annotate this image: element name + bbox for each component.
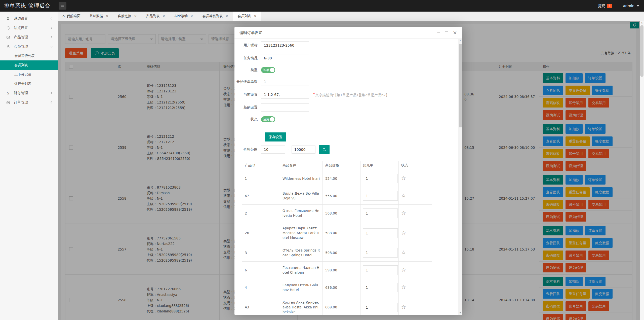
start-count-input[interactable]	[261, 78, 309, 86]
type-toggle[interactable]: 连单	[261, 67, 275, 73]
scrollbar-up-icon[interactable]: ▲	[458, 40, 462, 42]
order-number-input[interactable]	[363, 248, 398, 258]
order-number-input[interactable]	[363, 303, 398, 312]
hamburger-menu-icon[interactable]: ≡	[59, 2, 66, 10]
product-name: Гостиница Чалпан Hotel Chalpan	[283, 265, 320, 275]
current-setting-label: 当前设置	[234, 92, 261, 97]
order-number-input[interactable]	[363, 228, 398, 238]
sidebar-group-label: 财务管理	[14, 91, 51, 95]
order-number-input[interactable]	[363, 174, 398, 183]
tab-基础数据[interactable]: 基础数据×	[85, 12, 113, 21]
tab-close-icon[interactable]: ×	[162, 14, 166, 18]
star-outline-icon[interactable]: ☆	[401, 230, 406, 236]
product-id-cell: 1	[242, 170, 280, 187]
tab-close-icon[interactable]: ×	[254, 14, 257, 18]
order-number-input[interactable]	[363, 208, 398, 218]
tab-客服链接[interactable]: 客服链接×	[113, 12, 142, 21]
sidebar-group-label: 产品管理	[14, 35, 51, 40]
new-setting-label: 新的设置	[234, 105, 261, 110]
product-price-cell: 556.00	[323, 187, 360, 205]
tab-产品列表[interactable]: 产品列表×	[142, 12, 170, 21]
sidebar-group-站点设置[interactable]: 站点设置	[0, 23, 58, 32]
close-icon[interactable]: ×	[453, 30, 457, 35]
product-price-cell: 524.00	[323, 170, 360, 187]
chevron-left-icon	[51, 36, 53, 39]
star-outline-icon[interactable]: ☆	[401, 304, 406, 310]
sidebar-group-财务管理[interactable]: $财务管理	[0, 88, 58, 98]
setting-hint: *文字描述为: [第1单是产品1][第2单是产品67]	[313, 92, 387, 97]
product-name-cell: Отель Гельвеция Helvetia Hotel	[280, 205, 323, 222]
sidebar-group-订单管理[interactable]: 订单管理	[0, 98, 58, 107]
cube-icon	[6, 100, 11, 105]
tab-label: 基础数据	[90, 14, 103, 18]
product-id: 3	[245, 251, 277, 255]
tab-label: APP滚动	[174, 14, 188, 18]
tab-close-icon[interactable]: ×	[106, 14, 109, 18]
toggle-knob	[270, 117, 274, 122]
price-search-button[interactable]	[319, 145, 330, 154]
status-cell: ☆	[399, 244, 432, 262]
sidebar-group-系统设置[interactable]: ⚙系统设置	[0, 14, 58, 23]
order-number-cell	[360, 262, 399, 279]
minimize-icon[interactable]: −	[437, 30, 440, 35]
order-number-input[interactable]	[363, 191, 398, 201]
sidebar-item-上下分记录[interactable]: 上下分记录	[0, 70, 58, 79]
scrollbar-down-icon[interactable]: ▼	[458, 312, 462, 314]
product-price-cell: 563.00	[323, 205, 360, 222]
sidebar-item-会员列表[interactable]: 会员列表	[0, 60, 58, 70]
order-number-cell	[360, 205, 399, 222]
order-number-input[interactable]	[363, 265, 398, 275]
cube-icon	[6, 35, 11, 40]
status-toggle[interactable]: 启用	[261, 116, 275, 122]
sidebar-item-银行卡列表[interactable]: 银行卡列表	[0, 79, 58, 88]
price-min-input[interactable]	[261, 146, 285, 154]
page-scrollbar-thumb[interactable]	[640, 25, 643, 77]
product-row: 2Отель Гельвеция Helvetia Hotel563.00☆	[242, 205, 432, 222]
price-range-separator: -	[288, 147, 289, 152]
product-price: 524.00	[325, 176, 358, 181]
product-id-cell: 43	[242, 296, 280, 315]
product-name: Отель Гельвеция Helvetia Hotel	[283, 208, 320, 218]
withdraw-link[interactable]: 提现 4	[598, 4, 612, 8]
task-status-input[interactable]	[261, 54, 309, 62]
tab-我的桌面[interactable]: ⌂我的桌面	[58, 12, 85, 21]
star-outline-icon[interactable]: ☆	[401, 267, 406, 273]
product-row: 26Арарат Парк Хаятт Москва Ararat Park H…	[242, 222, 432, 244]
star-outline-icon[interactable]: ☆	[401, 284, 406, 290]
nickname-input[interactable]	[261, 41, 309, 49]
sidebar-item-会员等级列表[interactable]: 会员等级列表	[0, 51, 58, 60]
new-setting-input[interactable]	[261, 103, 309, 112]
save-settings-button[interactable]: 保存设置	[265, 132, 286, 141]
product-id: 4	[245, 285, 277, 290]
tab-close-icon[interactable]: ×	[134, 14, 137, 18]
modal-scrollbar[interactable]: ▲ ▼	[458, 39, 462, 315]
sidebar-group-产品管理[interactable]: 产品管理	[0, 32, 58, 42]
order-number-input[interactable]	[363, 283, 398, 292]
product-price-cell: 588.00	[323, 222, 360, 244]
star-outline-icon[interactable]: ☆	[401, 175, 406, 181]
star-outline-icon[interactable]: ☆	[401, 193, 406, 199]
star-outline-icon[interactable]: ☆	[401, 210, 406, 216]
tab-close-icon[interactable]: ×	[225, 14, 228, 18]
product-id-cell: 67	[242, 187, 280, 205]
sidebar-group-会员管理[interactable]: 会员管理	[0, 42, 58, 51]
tab-会员等级列表[interactable]: 会员等级列表×	[198, 12, 233, 21]
modal-scrollbar-thumb[interactable]	[459, 44, 462, 127]
maximize-icon[interactable]	[445, 31, 448, 34]
tab-会员列表[interactable]: 会员列表×	[233, 12, 261, 21]
tab-close-icon[interactable]: ×	[190, 14, 193, 18]
tab-APP滚动[interactable]: APP滚动×	[170, 12, 198, 21]
sidebar-group-label: 会员管理	[14, 44, 51, 49]
user-menu[interactable]: admin	[623, 4, 639, 8]
page-scrollbar[interactable]: ▲	[640, 21, 644, 320]
product-price: 563.00	[325, 211, 358, 216]
scrollbar-up-icon[interactable]: ▲	[640, 21, 644, 25]
sidebar: ⚙系统设置站点设置产品管理会员管理会员等级列表会员列表上下分记录银行卡列表$财务…	[0, 12, 58, 320]
withdraw-count-badge: 4	[607, 4, 612, 8]
status-toggle-label: 启用	[263, 117, 269, 122]
hint-text: 文字描述为: [第1单是产品1][第2单是产品67]	[315, 93, 387, 97]
user-icon	[6, 44, 11, 49]
price-max-input[interactable]	[292, 146, 315, 154]
current-setting-input[interactable]	[261, 91, 309, 99]
star-outline-icon[interactable]: ☆	[401, 250, 406, 256]
